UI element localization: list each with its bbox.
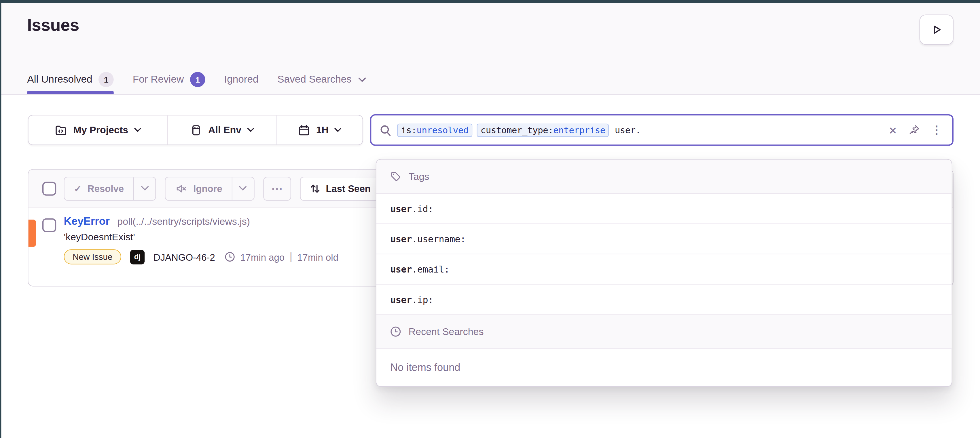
more-actions-button[interactable]: ⋯ [263, 176, 291, 200]
time-range-selector[interactable]: 1H [276, 116, 362, 144]
window-left-edge [0, 0, 1, 438]
tab-saved-searches[interactable]: Saved Searches [277, 65, 366, 94]
pin-search-icon[interactable] [907, 124, 920, 136]
search-token-is-unresolved[interactable]: is:unresolved [397, 124, 472, 137]
calendar-icon [297, 124, 310, 137]
tags-section-header: Tags [376, 160, 952, 194]
search-menu-kebab-icon[interactable]: ⋮ [931, 123, 942, 137]
token-key: is: [401, 125, 417, 135]
django-project-icon: dj [130, 249, 145, 264]
environment-selector-label: All Env [208, 124, 241, 135]
new-issue-badge: New Issue [64, 249, 121, 265]
issue-body: KeyError poll(../../sentry/scripts/views… [64, 215, 338, 265]
tab-label: Ignored [224, 74, 259, 85]
recent-searches-label: Recent Searches [409, 326, 484, 337]
page-filter-bar: My Projects All Env [28, 115, 363, 145]
issue-tabs: All Unresolved 1 For Review 1 Ignored Sa… [27, 65, 366, 94]
mute-icon [175, 182, 188, 195]
clock-icon [224, 251, 235, 262]
ignore-dropdown-button[interactable] [232, 177, 254, 200]
search-icon [380, 124, 391, 136]
sort-arrows-icon [309, 183, 321, 194]
issue-checkbox[interactable] [42, 218, 56, 232]
issue-culprit: poll(../../sentry/scripts/views.js) [117, 216, 250, 227]
issue-level-indicator [29, 220, 36, 247]
tag-suggestion-user-username[interactable]: user.username: [376, 224, 952, 254]
play-icon [930, 23, 943, 36]
issue-time-ago: 17min ago [240, 252, 285, 262]
search-tokens: is:unresolved customer_type:enterprise [397, 124, 609, 137]
tab-all-unresolved[interactable]: All Unresolved 1 [27, 65, 114, 94]
no-items-found-message: No items found [376, 349, 952, 386]
issues-page: Issues All Unresolved 1 For Review 1 Ign… [0, 0, 980, 438]
search-autocomplete-dropdown: Tags user.id: user.username: user.email:… [376, 159, 952, 387]
page-title: Issues [27, 16, 79, 35]
check-icon: ✓ [74, 183, 82, 194]
clock-icon [390, 325, 402, 338]
token-value: enterprise [553, 125, 605, 135]
replay-tour-button[interactable] [920, 14, 953, 44]
issue-message: 'keyDoesntExist' [64, 232, 338, 243]
projects-folder-icon [54, 124, 68, 137]
token-key: customer_type: [480, 125, 554, 135]
token-value: unresolved [417, 125, 469, 135]
search-typed-text: user. [615, 125, 641, 135]
tags-section-label: Tags [409, 171, 430, 182]
tab-count-badge: 1 [190, 72, 205, 87]
environment-icon [189, 124, 202, 137]
ignore-button-group: Ignore [165, 176, 255, 200]
tag-suggestion-user-email[interactable]: user.email: [376, 254, 952, 285]
recent-searches-section-header: Recent Searches [376, 315, 952, 349]
tag-suggestion-user-ip[interactable]: user.ip: [376, 285, 952, 315]
resolve-label: Resolve [88, 183, 124, 194]
environment-selector[interactable]: All Env [167, 116, 276, 144]
sort-label: Last Seen [326, 183, 370, 194]
search-actions: × ⋮ [889, 123, 942, 137]
chevron-down-icon [358, 76, 366, 82]
issue-age: 17min old [297, 252, 338, 262]
issue-times: 17min ago | 17min old [224, 251, 338, 262]
time-range-label: 1H [316, 124, 329, 135]
resolve-button[interactable]: ✓ Resolve [65, 177, 133, 200]
ignore-label: Ignore [193, 183, 222, 194]
select-all-checkbox[interactable] [42, 181, 56, 195]
issue-title-link[interactable]: KeyError [64, 215, 110, 228]
search-token-customer-type[interactable]: customer_type:enterprise [477, 124, 609, 137]
chevron-down-icon [334, 127, 342, 133]
time-separator: | [290, 251, 292, 262]
ellipsis-icon: ⋯ [271, 181, 283, 195]
issue-meta: New Issue dj DJANGO-46-2 17min ago | 17m… [64, 249, 338, 265]
ignore-button[interactable]: Ignore [165, 177, 232, 200]
resolve-dropdown-button[interactable] [133, 177, 156, 200]
tab-ignored[interactable]: Ignored [224, 65, 259, 94]
tab-count-badge: 1 [99, 72, 114, 87]
issue-search-input[interactable]: is:unresolved customer_type:enterprise u… [370, 114, 953, 146]
clear-search-icon[interactable]: × [889, 124, 897, 137]
issue-short-id: DJANGO-46-2 [153, 252, 215, 262]
window-top-edge [0, 0, 980, 3]
project-selector-label: My Projects [73, 124, 128, 135]
page-header: Issues All Unresolved 1 For Review 1 Ign… [0, 0, 980, 95]
tab-label: All Unresolved [27, 74, 92, 85]
tab-label: For Review [133, 74, 184, 85]
chevron-down-icon [247, 127, 255, 133]
tag-suggestion-user-id[interactable]: user.id: [376, 194, 952, 224]
resolve-button-group: ✓ Resolve [64, 176, 156, 200]
project-selector[interactable]: My Projects [29, 116, 167, 144]
tag-icon [390, 170, 402, 182]
chevron-down-icon [134, 127, 142, 133]
tab-label: Saved Searches [277, 74, 352, 85]
tab-for-review[interactable]: For Review 1 [133, 65, 205, 94]
